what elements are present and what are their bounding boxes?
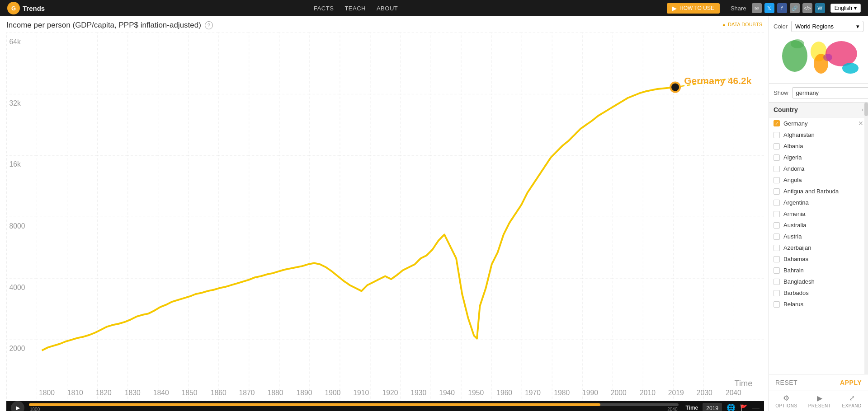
time-label: Time (735, 378, 753, 388)
expand-label: EXPAND (842, 403, 861, 408)
country-item[interactable]: Afghanistan (769, 129, 868, 140)
share-embed-icon[interactable]: </> (802, 3, 812, 13)
country-item[interactable]: Albania (769, 140, 868, 152)
country-checkbox[interactable] (774, 143, 780, 149)
country-item[interactable]: Barbados (769, 287, 868, 299)
country-header-label: Country (774, 106, 798, 113)
country-checkbox[interactable] (774, 132, 780, 138)
country-item[interactable]: Australia (769, 220, 868, 231)
nav-about[interactable]: ABOUT (377, 5, 398, 12)
x-label-1880: 1880 (267, 389, 283, 397)
share-twitter-icon[interactable]: 𝕏 (764, 3, 774, 13)
nav-facts[interactable]: FACTS (314, 5, 334, 12)
x-label-2030: 2030 (697, 389, 712, 397)
country-checkbox[interactable] (774, 211, 780, 217)
country-name-label: Algeria (783, 154, 802, 161)
color-section: Color World Regions ▾ (769, 16, 868, 84)
share-link-icon[interactable]: 🔗 (790, 3, 800, 13)
logo[interactable]: G Trends (7, 2, 45, 14)
play-button[interactable]: ▶ (11, 401, 24, 411)
country-checkbox[interactable] (774, 166, 780, 172)
country-checkbox[interactable]: ✓ (774, 120, 780, 126)
country-checkbox[interactable] (774, 279, 780, 285)
country-header[interactable]: Country › (769, 103, 868, 117)
country-item[interactable]: Austria (769, 231, 868, 242)
country-item[interactable]: Bahamas (769, 253, 868, 265)
country-item[interactable]: Belarus (769, 299, 868, 310)
chart-area: Income per person (GDP/capita, PPP$ infl… (0, 16, 769, 411)
country-checkbox[interactable] (774, 290, 780, 296)
country-checkbox[interactable] (774, 188, 780, 195)
share-label: Share (731, 5, 746, 12)
x-label-1960: 1960 (496, 389, 512, 397)
country-name-label: Angola (783, 177, 802, 183)
x-label-1940: 1940 (439, 389, 455, 397)
share-icons: ✉ 𝕏 f 🔗 </> W (752, 3, 825, 13)
country-name-label: Afghanistan (783, 131, 815, 138)
country-checkbox[interactable] (774, 200, 780, 206)
options-icon: ⚙ (783, 394, 789, 402)
y-label-64k: 64k (9, 38, 21, 46)
show-input[interactable] (792, 87, 868, 98)
x-label-2000: 2000 (611, 389, 627, 397)
x-label-2010: 2010 (640, 389, 656, 397)
action-buttons: RESET APPLY (769, 374, 868, 391)
x-label-1850: 1850 (182, 389, 198, 397)
country-item[interactable]: Armenia (769, 208, 868, 220)
country-name-label: Austria (783, 233, 802, 240)
time-label-bottom: Time (686, 405, 698, 411)
country-checkbox[interactable] (774, 301, 780, 308)
y-label-32k: 32k (9, 99, 21, 107)
country-name-label: Azerbaijan (783, 244, 811, 251)
country-item[interactable]: Bahrain (769, 265, 868, 276)
reset-button[interactable]: RESET (775, 379, 797, 386)
x-label-1830: 1830 (125, 389, 141, 397)
country-checkbox[interactable] (774, 154, 780, 161)
options-label: OPTIONS (775, 403, 797, 408)
country-item[interactable]: Argentina (769, 197, 868, 208)
language-button[interactable]: English ▾ (830, 4, 861, 13)
flag-icon[interactable]: 🚩 (740, 404, 748, 411)
y-label-8000: 8000 (9, 222, 25, 230)
country-checkbox[interactable] (774, 222, 780, 229)
x-label-1950: 1950 (468, 389, 484, 397)
country-item[interactable]: Algeria (769, 152, 868, 163)
country-item[interactable]: Azerbaijan (769, 242, 868, 253)
country-name-label: Germany (783, 120, 807, 127)
apply-button[interactable]: APPLY (840, 379, 862, 386)
country-checkbox[interactable] (774, 267, 780, 274)
timeline-track[interactable] (29, 403, 679, 406)
data-doubts-label[interactable]: ▲ DATA DOUBTS (722, 22, 762, 27)
timeline-area: 1800 2040 (29, 403, 679, 411)
color-label: Color (774, 23, 788, 30)
country-item[interactable]: Angola (769, 174, 868, 186)
country-item[interactable]: Bangladesh (769, 276, 868, 287)
share-facebook-icon[interactable]: f (777, 3, 787, 13)
options-button[interactable]: ⚙ OPTIONS (775, 394, 797, 408)
help-icon[interactable]: ? (205, 21, 213, 29)
bottom-bar: ▶ 1800 2040 Time 2019 🌐 🚩 — (6, 401, 764, 411)
globe-icon[interactable]: 🌐 (726, 403, 736, 411)
country-checkbox[interactable] (774, 234, 780, 240)
zoom-icon[interactable]: — (752, 404, 760, 411)
country-checkbox[interactable] (774, 245, 780, 251)
country-item[interactable]: Andorra (769, 163, 868, 174)
country-checkbox[interactable] (774, 177, 780, 183)
country-item[interactable]: ✓Germany✕ (769, 117, 868, 129)
how-to-use-button[interactable]: ▶ HOW TO USE (667, 3, 720, 14)
country-checkbox[interactable] (774, 256, 780, 262)
expand-button[interactable]: ⤢ EXPAND (842, 394, 861, 408)
brand-name: Trends (23, 5, 45, 12)
share-wp-icon[interactable]: W (815, 3, 825, 13)
present-button[interactable]: ▶ PRESENT (808, 394, 831, 408)
country-item[interactable]: Antigua and Barbuda (769, 186, 868, 197)
play-icon: ▶ (16, 405, 20, 411)
nav-teach[interactable]: TEACH (344, 5, 366, 12)
x-label-1810: 1810 (67, 389, 83, 397)
color-dropdown-value: World Regions (795, 23, 834, 30)
share-email-icon[interactable]: ✉ (752, 3, 762, 13)
color-dropdown[interactable]: World Regions ▾ (791, 21, 863, 32)
x-label-2040: 2040 (726, 389, 741, 397)
scrollbar-thumb[interactable] (864, 103, 868, 116)
country-remove-button[interactable]: ✕ (858, 120, 863, 127)
